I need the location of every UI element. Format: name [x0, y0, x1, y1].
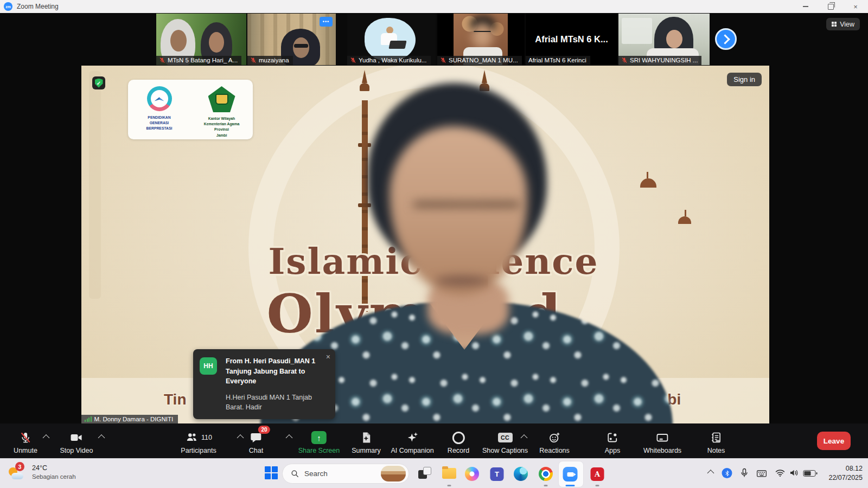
- summary-button[interactable]: Summary: [352, 423, 380, 458]
- stop-video-button[interactable]: Stop Video: [60, 423, 93, 458]
- participant-tile[interactable]: SURATNO_MAN 1 MU...: [437, 14, 525, 65]
- muted-mic-icon: [621, 57, 628, 63]
- pendidikan-logo: [147, 86, 172, 111]
- edge-icon[interactable]: [514, 467, 528, 481]
- reactions-icon: [548, 431, 561, 444]
- tray-expand-chevron[interactable]: [709, 469, 713, 476]
- start-button[interactable]: [265, 466, 278, 479]
- tile-more-icon[interactable]: •••: [320, 17, 333, 27]
- participant-name: SRI WAHYUNINGSIH ...: [630, 57, 698, 63]
- poster-logo-card: PENDIDIKAN GENERASI BERPRESTASI Kantor W…: [128, 80, 253, 139]
- participant-name: Afrial MTsN 6 Kerinci: [528, 57, 586, 63]
- chat-button[interactable]: 20 Chat: [249, 423, 263, 458]
- leave-button[interactable]: Leave: [817, 432, 851, 450]
- reactions-button[interactable]: Reactions: [539, 423, 570, 458]
- chat-notification-popup[interactable]: HH From H. Heri Pasudi_MAN 1 Tanjung Jab…: [193, 349, 335, 419]
- close-icon[interactable]: ×: [326, 353, 330, 361]
- copilot-icon[interactable]: [465, 467, 479, 481]
- gallery-view-icon: [832, 22, 837, 27]
- sign-in-button[interactable]: Sign in: [727, 73, 762, 86]
- weather-widget[interactable]: 3 24°C Sebagian cerah: [8, 462, 76, 483]
- participant-tile[interactable]: Yudha , Waka Kurikulu...: [347, 14, 436, 65]
- participants-options-chevron[interactable]: [237, 434, 244, 441]
- participant-name: muzaiyana: [259, 57, 289, 63]
- ai-companion-button[interactable]: AI Companion: [391, 423, 433, 458]
- tray-time: 08.12: [828, 464, 863, 473]
- search-placeholder: Search: [304, 470, 376, 478]
- chrome-icon[interactable]: [539, 467, 553, 481]
- open-app-indicator: [544, 485, 548, 486]
- camera-icon: [70, 431, 83, 444]
- view-button-label: View: [840, 21, 854, 28]
- next-participants-button[interactable]: [715, 28, 737, 50]
- search-input[interactable]: Search: [282, 464, 409, 484]
- share-screen-icon: ↑: [311, 431, 327, 444]
- pendidikan-logo-caption: PENDIDIKAN GENERASI BERPRESTASI: [146, 115, 173, 132]
- poster-small-dome: [640, 178, 656, 188]
- audio-options-chevron[interactable]: [43, 434, 50, 441]
- search-highlight-image[interactable]: [381, 466, 406, 481]
- volume-icon[interactable]: [789, 467, 800, 480]
- windows-taskbar: 3 24°C Sebagian cerah Search T A 08.12 2…: [0, 458, 868, 488]
- close-icon: ×: [853, 3, 858, 11]
- file-explorer-icon[interactable]: [442, 468, 456, 479]
- teams-icon[interactable]: T: [490, 467, 504, 481]
- weather-icon: 3: [8, 462, 27, 483]
- task-view-button[interactable]: [418, 467, 431, 480]
- chat-sender-avatar: HH: [200, 357, 217, 375]
- participant-tile[interactable]: Afrial MTsN 6 K... Afrial MTsN 6 Kerinci: [526, 14, 617, 65]
- unmute-button[interactable]: Unmute: [14, 423, 37, 458]
- minimize-icon: [803, 6, 808, 7]
- share-screen-button[interactable]: ↑ Share Screen: [298, 423, 340, 458]
- video-options-chevron[interactable]: [98, 434, 105, 441]
- chat-options-chevron[interactable]: [286, 434, 293, 441]
- muted-mic-icon: [350, 57, 356, 63]
- zoom-taskbar-icon[interactable]: [563, 467, 578, 481]
- show-captions-button[interactable]: CC Show Captions: [482, 423, 528, 458]
- battery-icon[interactable]: [803, 470, 816, 477]
- participant-name: SURATNO_MAN 1 MU...: [449, 57, 518, 63]
- touch-keyboard-icon[interactable]: [756, 468, 767, 481]
- muted-mic-icon: [159, 57, 165, 63]
- window-titlebar: zm Zoom Meeting ×: [0, 0, 868, 13]
- clock[interactable]: 08.12 22/07/2025: [828, 464, 863, 483]
- zoom-camera-glyph: [567, 472, 573, 477]
- poster-small-dome: [678, 216, 691, 224]
- chat-popup-message: H.Heri Pasudi MAN 1 Tanjab Barat. Hadir: [226, 393, 328, 412]
- restore-button[interactable]: [818, 0, 843, 13]
- muted-mic-icon: [440, 57, 446, 63]
- summary-icon: [360, 431, 373, 444]
- notification-badge: 3: [15, 462, 24, 471]
- bluetooth-icon[interactable]: [722, 468, 732, 478]
- active-speaker-label: M. Donny Damara - DIGNITI: [81, 415, 178, 423]
- participant-tile[interactable]: MTsN 5 Batang Hari_ A...: [156, 14, 246, 65]
- whiteboards-button[interactable]: Whiteboards: [643, 423, 681, 458]
- window-title: Zoom Meeting: [17, 3, 59, 10]
- notes-icon: [710, 431, 723, 444]
- participant-name: MTsN 5 Batang Hari_ A...: [168, 57, 238, 63]
- participant-tile[interactable]: ••• muzaiyana: [247, 14, 336, 65]
- meeting-toolbar: Unmute Stop Video 110 Participants 20 Ch…: [0, 423, 868, 458]
- record-button[interactable]: Record: [448, 423, 469, 458]
- participant-tile[interactable]: SRI WAHYUNINGSIH ...: [618, 14, 710, 65]
- chat-unread-badge: 20: [258, 426, 270, 434]
- open-app-indicator: [596, 485, 599, 486]
- active-speaker-name: M. Donny Damara - DIGNITI: [94, 416, 174, 422]
- wifi-icon[interactable]: [775, 467, 786, 480]
- tray-mic-icon[interactable]: [739, 467, 750, 480]
- tray-date: 22/07/2025: [828, 473, 863, 483]
- weather-condition: Sebagian cerah: [32, 473, 76, 481]
- view-button[interactable]: View: [826, 18, 860, 30]
- participants-icon: [185, 431, 198, 444]
- participants-button[interactable]: 110 Participants: [181, 423, 216, 458]
- kemenag-logo: [208, 86, 235, 112]
- notes-button[interactable]: Notes: [707, 423, 725, 458]
- record-icon: [452, 432, 464, 444]
- encryption-shield-icon[interactable]: ✓: [92, 76, 105, 89]
- kemenag-logo-caption: Kantor Wilayah Kementerian Agama Provins…: [204, 116, 239, 138]
- close-button[interactable]: ×: [843, 0, 868, 13]
- acrobat-icon[interactable]: A: [591, 467, 604, 481]
- weather-temp: 24°C: [32, 464, 76, 473]
- apps-button[interactable]: Apps: [605, 423, 621, 458]
- minimize-button[interactable]: [793, 0, 818, 13]
